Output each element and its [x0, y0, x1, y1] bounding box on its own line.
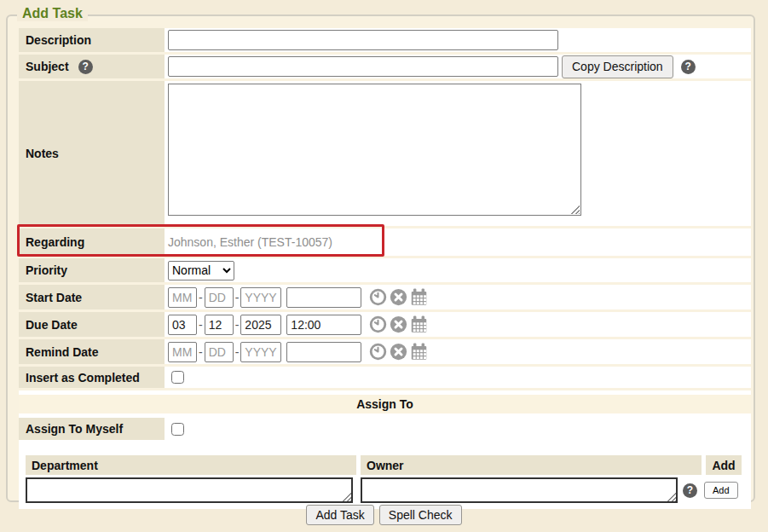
date-separator: - [235, 291, 240, 304]
help-icon[interactable]: ? [78, 60, 93, 74]
start-date-month-input[interactable] [168, 287, 197, 308]
remind-date-time-input[interactable] [286, 342, 361, 362]
add-assignment-button[interactable]: Add [704, 482, 738, 499]
assign-myself-label: Assign To Myself [19, 418, 165, 440]
panel-title: Add Task [17, 6, 88, 21]
subject-label: Subject [26, 60, 69, 73]
department-input[interactable] [26, 477, 353, 503]
start-date-label: Start Date [19, 285, 165, 309]
description-input[interactable] [168, 30, 558, 50]
priority-select[interactable]: Normal [168, 261, 234, 280]
help-icon[interactable]: ? [683, 483, 697, 498]
clock-icon[interactable] [369, 288, 387, 306]
clear-date-icon[interactable] [390, 288, 407, 306]
calendar-icon[interactable] [410, 343, 428, 361]
subject-input[interactable] [168, 56, 558, 77]
regarding-value: Johnson, Esther (TEST-10057) [168, 235, 332, 249]
start-date-year-input[interactable] [240, 287, 281, 308]
start-date-row: Start Date - - [19, 285, 751, 309]
due-date-day-input[interactable] [205, 315, 234, 335]
help-icon[interactable]: ? [681, 60, 696, 74]
clear-date-icon[interactable] [390, 343, 407, 361]
remind-date-year-input[interactable] [240, 342, 281, 362]
subject-row: Subject ? Copy Description ? [19, 55, 751, 78]
notes-textarea[interactable] [168, 84, 581, 216]
description-label: Description [19, 28, 165, 52]
date-separator: - [199, 345, 203, 359]
regarding-row: Regarding Johnson, Esther (TEST-10057) [19, 228, 751, 256]
add-column-header: Add [706, 455, 742, 475]
insert-completed-label: Insert as Completed [19, 367, 165, 388]
notes-row: Notes [19, 81, 751, 226]
priority-label: Priority [19, 258, 165, 282]
add-task-button[interactable]: Add Task [306, 505, 373, 525]
date-separator: - [199, 318, 203, 332]
add-task-panel: Add Task Description Subject ? Copy Desc… [6, 14, 755, 502]
regarding-label: Regarding [19, 228, 165, 256]
remind-date-month-input[interactable] [168, 342, 197, 362]
date-separator: - [235, 318, 240, 332]
assign-myself-checkbox[interactable] [171, 423, 184, 436]
description-row: Description [19, 28, 751, 52]
due-date-year-input[interactable] [240, 315, 281, 335]
start-date-day-input[interactable] [205, 287, 234, 308]
start-date-time-input[interactable] [286, 287, 361, 308]
due-date-row: Due Date - - [19, 312, 751, 337]
due-date-time-input[interactable] [286, 315, 361, 335]
clock-icon[interactable] [369, 315, 387, 333]
remind-date-day-input[interactable] [205, 342, 234, 362]
owner-column-header: Owner [361, 455, 702, 475]
spell-check-button[interactable]: Spell Check [379, 505, 462, 525]
date-separator: - [235, 345, 240, 359]
remind-date-label: Remind Date [19, 339, 165, 364]
insert-completed-checkbox[interactable] [171, 371, 184, 384]
copy-description-button[interactable]: Copy Description [562, 55, 673, 78]
calendar-icon[interactable] [410, 315, 428, 333]
department-column-header: Department [26, 455, 356, 475]
insert-completed-row: Insert as Completed [19, 367, 751, 388]
assign-to-section-header: Assign To [19, 395, 751, 413]
due-date-month-input[interactable] [168, 315, 197, 335]
owner-input[interactable] [361, 477, 678, 503]
clear-date-icon[interactable] [390, 315, 407, 333]
clock-icon[interactable] [369, 343, 387, 361]
due-date-label: Due Date [19, 312, 165, 337]
calendar-icon[interactable] [410, 288, 428, 306]
assign-myself-row: Assign To Myself [19, 418, 751, 440]
notes-label: Notes [19, 81, 165, 226]
remind-date-row: Remind Date - - [19, 339, 751, 364]
footer-actions: Add Task Spell Check [0, 505, 768, 525]
spacer [19, 440, 751, 454]
date-separator: - [199, 291, 203, 304]
priority-row: Priority Normal [19, 258, 751, 282]
assign-table: Department Owner Add ? Add [19, 454, 751, 509]
